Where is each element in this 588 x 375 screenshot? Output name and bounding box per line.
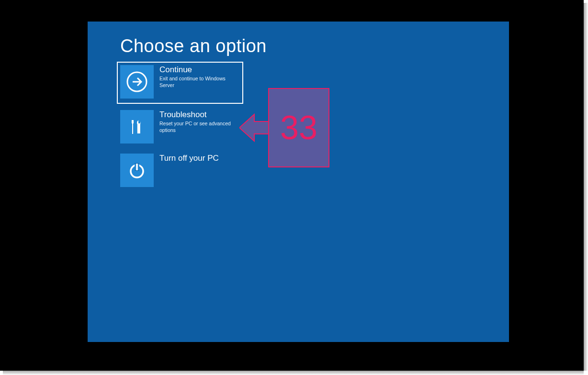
continue-option[interactable]: Continue Exit and continue to Windows Se…: [117, 62, 243, 104]
shadow-right: [584, 3, 588, 371]
outer-black-frame: Choose an option Continue Exit and conti…: [0, 0, 584, 371]
turnoff-title: Turn off your PC: [159, 154, 219, 163]
arrow-right-icon: [120, 65, 154, 99]
svg-rect-1: [132, 120, 134, 123]
troubleshoot-title: Troubleshoot: [159, 110, 240, 120]
callout-annotation: 33: [239, 88, 330, 168]
troubleshoot-option[interactable]: Troubleshoot Reset your PC or see advanc…: [117, 107, 243, 149]
continue-text: Continue Exit and continue to Windows Se…: [159, 65, 240, 89]
power-icon: [120, 154, 154, 187]
svg-rect-2: [132, 123, 133, 134]
turnoff-text: Turn off your PC: [159, 154, 219, 163]
page-title: Choose an option: [120, 36, 267, 56]
recovery-panel: Choose an option Continue Exit and conti…: [88, 22, 509, 342]
continue-desc: Exit and continue to Windows Server: [159, 76, 240, 88]
shadow-bottom: [3, 371, 584, 375]
troubleshoot-desc: Reset your PC or see advanced options: [159, 121, 240, 133]
troubleshoot-text: Troubleshoot Reset your PC or see advanc…: [159, 110, 240, 134]
callout-box: 33: [268, 88, 329, 167]
continue-title: Continue: [159, 65, 240, 75]
tools-icon: [120, 110, 154, 143]
turnoff-option[interactable]: Turn off your PC: [117, 150, 243, 192]
callout-number: 33: [280, 109, 317, 147]
callout-arrow-icon: [239, 113, 269, 143]
